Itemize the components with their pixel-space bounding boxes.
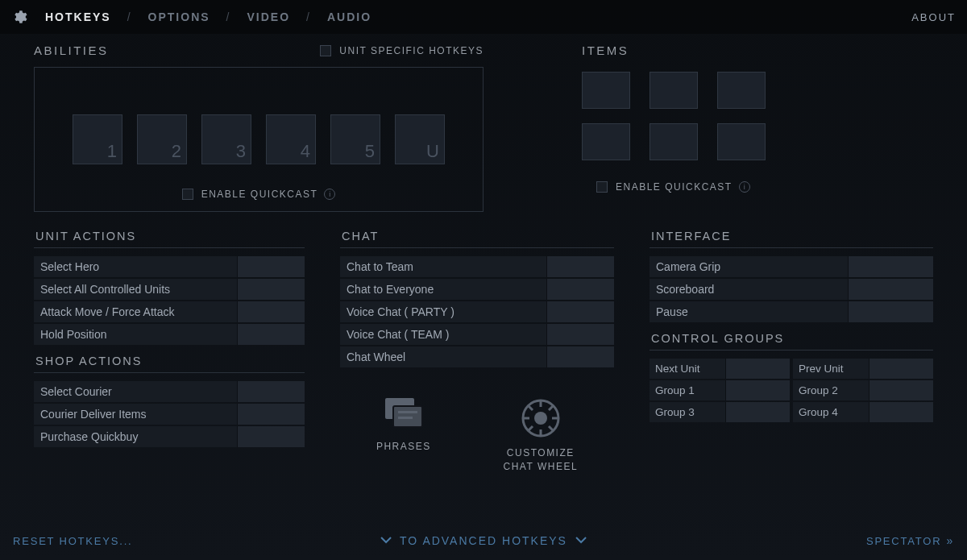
bind-scoreboard: Scoreboard	[650, 279, 933, 300]
top-bar: HOTKEYS / OPTIONS / VIDEO / AUDIO ABOUT	[0, 0, 967, 34]
bind-chat-team: Chat to Team	[340, 256, 614, 277]
abilities-panel: 1 2 3 4 5 U ENABLE QUICKCAST i	[34, 67, 484, 212]
spectator-button[interactable]: SPECTATOR »	[866, 534, 954, 547]
key-slot[interactable]	[848, 301, 933, 322]
bind-camera-grip: Camera Grip	[650, 256, 933, 277]
key-slot[interactable]	[869, 380, 933, 400]
divider	[340, 247, 614, 248]
svg-rect-3	[398, 417, 413, 419]
key-slot[interactable]	[725, 402, 790, 422]
bind-chat-wheel: Chat Wheel	[340, 346, 614, 367]
bind-select-hero: Select Hero	[34, 256, 305, 277]
tab-options[interactable]: OPTIONS	[145, 10, 214, 23]
abilities-quickcast-checkbox[interactable]: ENABLE QUICKCAST i	[182, 189, 336, 200]
wheel-icon	[519, 396, 562, 440]
chevron-down-icon	[575, 534, 587, 547]
ability-slot-ultimate[interactable]: U	[395, 114, 445, 164]
svg-rect-2	[398, 411, 417, 413]
items-quickcast-label: ENABLE QUICKCAST	[616, 181, 733, 193]
bind-pause: Pause	[650, 301, 933, 322]
checkbox-box	[182, 189, 193, 200]
bottom-bar: RESET HOTKEYS... TO ADVANCED HOTKEYS SPE…	[0, 521, 967, 560]
ability-slot-4[interactable]: 4	[266, 114, 316, 164]
key-slot[interactable]	[725, 380, 790, 400]
ability-slot-1[interactable]: 1	[73, 114, 122, 164]
svg-line-13	[528, 426, 533, 431]
svg-line-11	[549, 426, 554, 431]
key-slot[interactable]	[237, 324, 305, 345]
key-slot[interactable]	[848, 256, 933, 277]
key-slot[interactable]	[546, 346, 614, 367]
key-slot[interactable]	[546, 301, 614, 322]
about-link[interactable]: ABOUT	[911, 11, 956, 23]
key-slot[interactable]	[237, 279, 305, 300]
key-slot[interactable]	[237, 256, 305, 277]
bind-voice-party: Voice Chat ( PARTY )	[340, 301, 614, 322]
key-slot[interactable]	[869, 359, 933, 379]
divider	[650, 247, 933, 248]
customize-label: CUSTOMIZE CHAT WHEEL	[504, 446, 579, 474]
svg-line-10	[528, 405, 533, 410]
tab-separator: /	[226, 10, 231, 23]
tab-video[interactable]: VIDEO	[243, 10, 293, 23]
item-slot-4[interactable]	[582, 123, 630, 160]
advanced-hotkeys-button[interactable]: TO ADVANCED HOTKEYS	[380, 534, 587, 547]
tab-audio[interactable]: AUDIO	[324, 10, 375, 23]
cg-group-1: Group 1	[650, 380, 725, 400]
key-slot[interactable]	[848, 279, 933, 300]
customize-chat-wheel-button[interactable]: CUSTOMIZE CHAT WHEEL	[504, 396, 579, 474]
chat-title: CHAT	[342, 230, 614, 243]
cg-group-2: Group 2	[793, 380, 869, 400]
info-icon[interactable]: i	[324, 189, 335, 200]
abilities-quickcast-label: ENABLE QUICKCAST	[201, 189, 318, 200]
checkbox-box	[596, 181, 608, 193]
item-slot-6[interactable]	[717, 123, 766, 160]
cg-next-unit: Next Unit	[650, 359, 725, 379]
reset-hotkeys-button[interactable]: RESET HOTKEYS...	[13, 535, 132, 547]
key-slot[interactable]	[237, 381, 305, 402]
shop-actions-title: SHOP ACTIONS	[35, 355, 305, 367]
key-slot[interactable]	[869, 402, 933, 422]
cg-group-3: Group 3	[650, 402, 725, 422]
divider	[650, 350, 933, 351]
item-slot-5[interactable]	[650, 123, 698, 160]
bind-courier-deliver: Courier Deliver Items	[34, 404, 305, 425]
divider	[34, 247, 305, 248]
ability-slot-3[interactable]: 3	[201, 114, 251, 164]
unit-actions-title: UNIT ACTIONS	[35, 230, 305, 243]
items-quickcast-checkbox[interactable]: ENABLE QUICKCAST i	[596, 181, 766, 193]
key-slot[interactable]	[546, 256, 614, 277]
item-slot-3[interactable]	[717, 72, 766, 109]
bind-attack-move: Attack Move / Force Attack	[34, 301, 305, 322]
checkbox-box	[320, 45, 331, 56]
phrases-button[interactable]: PHRASES	[376, 396, 431, 474]
item-slot-2[interactable]	[650, 72, 698, 109]
unit-specific-hotkeys-checkbox[interactable]: UNIT SPECIFIC HOTKEYS	[320, 45, 484, 56]
ability-slot-2[interactable]: 2	[137, 114, 187, 164]
interface-title: INTERFACE	[651, 230, 933, 243]
info-icon[interactable]: i	[739, 181, 750, 193]
tab-separator: /	[127, 10, 132, 23]
svg-point-5	[534, 412, 547, 425]
key-slot[interactable]	[725, 359, 790, 379]
gear-icon[interactable]	[11, 9, 27, 25]
key-slot[interactable]	[237, 426, 305, 447]
cg-group-4: Group 4	[793, 402, 869, 422]
bind-select-courier: Select Courier	[34, 381, 305, 402]
control-groups-title: CONTROL GROUPS	[651, 332, 933, 345]
tab-hotkeys[interactable]: HOTKEYS	[42, 10, 114, 23]
tab-separator: /	[306, 10, 311, 23]
unit-specific-label: UNIT SPECIFIC HOTKEYS	[339, 45, 484, 56]
divider	[34, 372, 305, 373]
item-slot-1[interactable]	[582, 72, 630, 109]
key-slot[interactable]	[546, 279, 614, 300]
ability-slot-5[interactable]: 5	[330, 114, 380, 164]
svg-line-12	[549, 405, 554, 410]
key-slot[interactable]	[237, 301, 305, 322]
bind-purchase-quickbuy: Purchase Quickbuy	[34, 426, 305, 447]
key-slot[interactable]	[546, 324, 614, 345]
bind-select-all: Select All Controlled Units	[34, 279, 305, 300]
key-slot[interactable]	[237, 404, 305, 425]
phrases-label: PHRASES	[376, 440, 431, 454]
chat-bubble-icon	[382, 396, 425, 433]
